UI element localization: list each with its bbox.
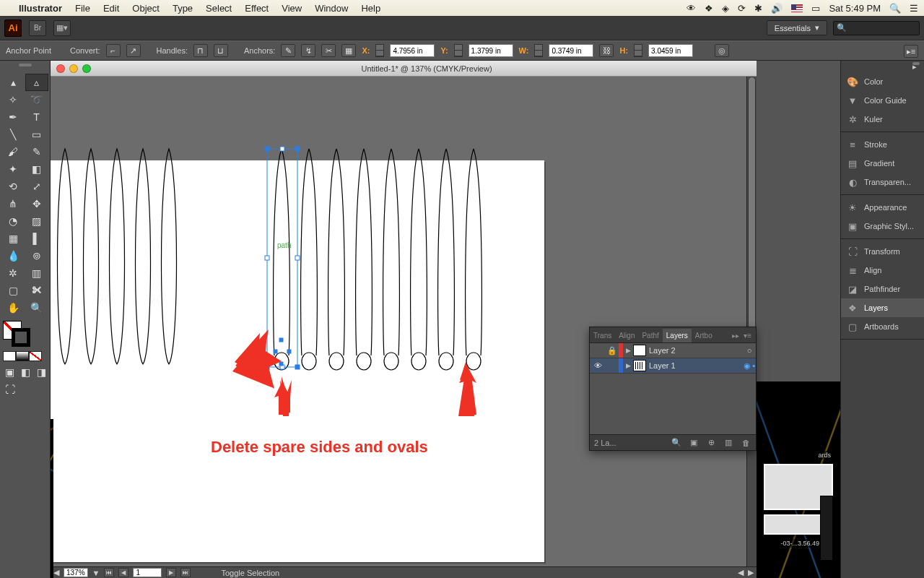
notification-center-icon[interactable]: ☰ — [910, 3, 918, 14]
connect-anchor-button[interactable]: ↯ — [301, 44, 315, 57]
blend-tool[interactable]: ⊚ — [25, 247, 48, 264]
blob-brush-tool[interactable]: ✦ — [1, 160, 25, 178]
dock-collapse[interactable]: ▸ — [841, 62, 924, 69]
convert-smooth-button[interactable]: ↗ — [126, 44, 141, 57]
window-titlebar[interactable]: Untitled-1* @ 137% (CMYK/Preview) — [51, 61, 757, 77]
app-name[interactable]: Illustrator — [19, 3, 62, 14]
h-stepper[interactable] — [634, 44, 642, 57]
panel-transparency[interactable]: ◐Transparen... — [841, 173, 924, 191]
pen-tool[interactable]: ✒ — [1, 108, 25, 126]
align-to-pixel-button[interactable]: ▦ — [341, 44, 356, 57]
panel-graphic-styles[interactable]: ▣Graphic Styl... — [841, 217, 924, 236]
control-menu-button[interactable]: ▸≡ — [904, 45, 918, 58]
make-clipping-mask-icon[interactable]: ▣ — [688, 438, 699, 447]
menu-file[interactable]: File — [75, 3, 90, 14]
first-artboard-button[interactable]: ⏮ — [104, 568, 114, 577]
last-artboard-button[interactable]: ⏭ — [180, 568, 191, 577]
canvas-viewport[interactable]: path Delete spare sides and ovals — [51, 77, 746, 566]
tab-transform[interactable]: Trans — [590, 329, 615, 342]
hscroll-right-icon[interactable]: ▶ — [748, 568, 754, 577]
w-stepper[interactable] — [534, 44, 543, 57]
target-icon[interactable]: ◉ ▪ — [743, 361, 756, 371]
volume-icon[interactable]: 🔊 — [771, 3, 783, 14]
panel-align[interactable]: ≣Align — [841, 261, 924, 280]
hscroll-left-icon[interactable]: ◀ — [738, 568, 744, 577]
menu-object[interactable]: Object — [132, 3, 160, 14]
target-icon[interactable]: ○ — [743, 346, 756, 355]
x-field[interactable] — [390, 44, 435, 57]
free-transform-tool[interactable]: ✥ — [25, 195, 48, 212]
expand-toggle[interactable]: ▶ — [623, 362, 633, 369]
layer-name[interactable]: Layer 1 — [649, 361, 743, 370]
layer-row[interactable]: 🔒 ▶ Layer 2 ○ — [590, 343, 756, 358]
panel-color[interactable]: 🎨Color — [841, 72, 924, 91]
tab-pathfinder[interactable]: Pathf — [638, 329, 662, 342]
h-field[interactable] — [648, 44, 693, 57]
panel-kuler[interactable]: ✲Kuler — [841, 110, 924, 129]
panel-pathfinder[interactable]: ◪Pathfinder — [841, 280, 924, 298]
x-stepper[interactable] — [375, 44, 384, 57]
next-artboard-button[interactable]: ▶ — [166, 568, 176, 577]
w-field[interactable] — [549, 44, 593, 57]
clock[interactable]: Sat 5:49 PM — [829, 3, 881, 14]
lock-toggle[interactable]: 🔒 — [606, 346, 619, 355]
panel-appearance[interactable]: ☀Appearance — [841, 198, 924, 217]
rotate-tool[interactable]: ⟲ — [1, 178, 25, 195]
screen-mode-button[interactable]: ⛶ — [3, 383, 17, 396]
menu-window[interactable]: Window — [315, 3, 348, 14]
pencil-tool[interactable]: ✎ — [25, 143, 48, 160]
width-tool[interactable]: ⋔ — [1, 195, 25, 212]
vertical-scrollbar[interactable] — [746, 77, 757, 566]
bridge-button[interactable]: Br — [29, 20, 46, 36]
lasso-tool[interactable]: ➰ — [25, 91, 48, 108]
drawing-mode-behind[interactable]: ◧ — [19, 366, 33, 379]
prev-artboard-button[interactable]: ◀ — [118, 568, 128, 577]
arrange-documents-button[interactable]: ▦▾ — [53, 20, 71, 36]
line-tool[interactable]: ╲ — [1, 126, 25, 143]
handles-show-button[interactable]: ⊓ — [193, 44, 208, 57]
menu-view[interactable]: View — [282, 3, 302, 14]
zoom-out-icon[interactable]: ◀ — [53, 568, 59, 577]
tab-artboards[interactable]: Artbo — [692, 329, 716, 342]
panel-transform[interactable]: ⛶Transform — [841, 242, 924, 261]
panel-color-guide[interactable]: ▼Color Guide — [841, 91, 924, 110]
new-sublayer-icon[interactable]: ⊕ — [705, 438, 717, 447]
scale-tool[interactable]: ⤢ — [25, 178, 48, 195]
hand-tool[interactable]: ✋ — [1, 299, 25, 316]
tab-layers[interactable]: Layers — [663, 329, 692, 342]
battery-icon[interactable]: ▭ — [811, 3, 820, 14]
gradient-tool[interactable]: ▌ — [25, 230, 48, 247]
tab-align[interactable]: Align — [615, 329, 638, 342]
handles-hide-button[interactable]: ⊔ — [214, 44, 228, 57]
locate-object-icon[interactable]: 🔍 — [671, 438, 682, 447]
none-mode-button[interactable] — [29, 351, 42, 361]
y-field[interactable] — [468, 44, 513, 57]
menu-select[interactable]: Select — [206, 3, 232, 14]
remove-anchor-button[interactable]: ✎ — [281, 44, 295, 57]
input-source-icon[interactable] — [791, 4, 803, 12]
panel-collapse-icon[interactable]: ▸▸ — [732, 332, 739, 340]
paintbrush-tool[interactable]: 🖌 — [1, 143, 25, 160]
menu-edit[interactable]: Edit — [103, 3, 119, 14]
zoom-dropdown-icon[interactable]: ▼ — [92, 569, 100, 577]
bluetooth-icon[interactable]: ✱ — [754, 3, 762, 14]
wifi-icon[interactable]: ◈ — [722, 3, 729, 14]
panel-menu-icon[interactable]: ▾≡ — [744, 332, 751, 340]
stroke-swatch[interactable] — [12, 328, 30, 347]
slice-tool[interactable]: ✀ — [25, 282, 48, 299]
toolbox-grip[interactable] — [1, 64, 48, 71]
rectangle-tool[interactable]: ▭ — [25, 126, 48, 143]
isolate-button[interactable]: ◎ — [715, 44, 729, 57]
window-zoom-button[interactable] — [82, 64, 91, 73]
zoom-tool[interactable]: 🔍 — [25, 299, 48, 316]
artboard-field[interactable]: 1 — [133, 568, 162, 577]
sync-icon[interactable]: ⟳ — [738, 3, 746, 14]
expand-toggle[interactable]: ▶ — [623, 347, 633, 354]
new-layer-icon[interactable]: ▥ — [723, 438, 734, 447]
eye-status-icon[interactable]: 👁 — [687, 3, 696, 14]
cut-path-button[interactable]: ✂ — [321, 44, 336, 57]
shape-builder-tool[interactable]: ◔ — [1, 212, 25, 230]
symbol-sprayer-tool[interactable]: ✲ — [1, 264, 25, 282]
magic-wand-tool[interactable]: ✧ — [1, 91, 25, 108]
workspace-switcher[interactable]: Essentials▾ — [767, 20, 827, 35]
